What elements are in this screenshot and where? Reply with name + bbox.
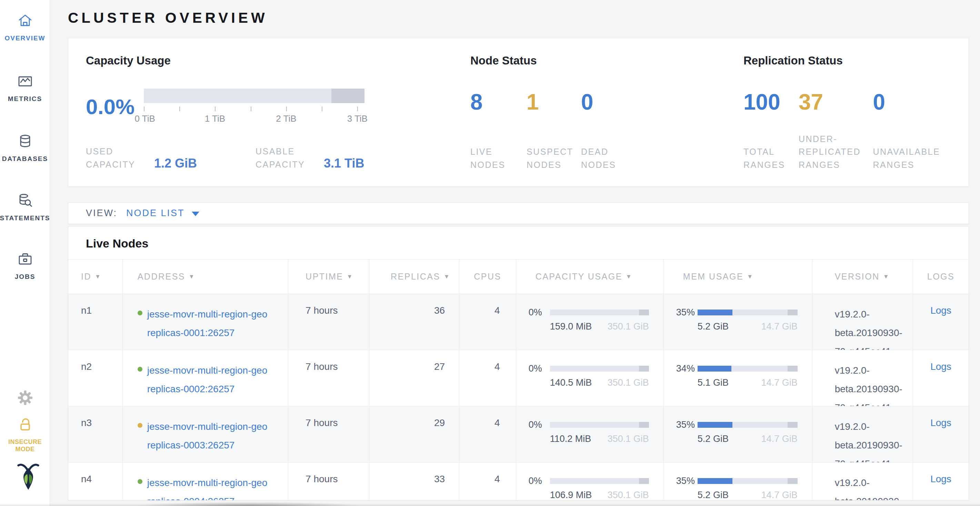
live-nodes-label: LIVE NODES [470,146,527,171]
node-version: v19.2.0- beta.20190930- 70-g445ec41 [812,463,913,500]
capacity-bar: 0 TiB 1 TiB 2 TiB 3 TiB [144,89,364,124]
home-icon [17,13,33,29]
node-address-link[interactable]: jesse-movr-multi-region-geo replicas-000… [138,417,278,455]
node-replicas: 36 [369,294,459,350]
column-header-mem-usage[interactable]: MEM USAGE ▼ [663,260,812,293]
live-nodes-stat: 8 LIVE NODES [470,81,527,171]
capacity-usage-title: Capacity Usage [86,54,470,67]
sort-arrow-icon: ▼ [95,273,101,280]
suspect-nodes-value: 1 [527,89,581,115]
node-status-title: Node Status [470,54,743,67]
suspect-nodes-stat: 1 SUSPECT NODES [527,81,581,171]
under-replicated-value: 37 [799,89,873,115]
cockroach-bug-icon [17,462,33,478]
cockroachdb-logo [0,462,50,478]
node-version: v19.2.0- beta.20190930- 70-g445ec41 [812,294,913,350]
sidebar-item-overview[interactable]: OVERVIEW [0,13,50,42]
metrics-icon [17,73,33,90]
statements-search-icon [17,192,33,209]
sort-arrow-icon: ▼ [626,273,632,280]
logs-link[interactable]: Logs [913,417,969,428]
logs-link[interactable]: Logs [913,305,969,316]
node-status-dot [138,423,142,428]
sort-arrow-icon: ▼ [883,273,890,280]
node-uptime: 7 hours [288,294,369,350]
column-header-address[interactable]: ADDRESS ▼ [123,260,288,293]
dead-nodes-label: DEAD NODES [581,146,643,171]
under-replicated-stat: 37 UNDER-REPLICATED RANGES [799,81,873,171]
node-id: n1 [68,294,123,350]
node-status-section: Node Status 8 LIVE NODES 1 SUSPECT NODES… [470,54,743,171]
node-cpus: 4 [459,406,515,462]
column-header-capacity-usage[interactable]: CAPACITY USAGE ▼ [516,260,663,293]
used-capacity-value: 1.2 GiB [154,156,197,171]
live-nodes-card: Live Nodes ID ▼ ADDRESS ▼ UPTIME ▼ REPLI… [68,226,969,500]
column-header-replicas[interactable]: REPLICAS ▼ [369,260,459,293]
sort-arrow-icon: ▼ [189,273,195,280]
column-header-cpus: CPUS [459,260,515,293]
suspect-nodes-label: SUSPECT NODES [527,146,581,171]
gear-icon [17,390,33,406]
view-dropdown-value: NODE LIST [126,208,185,219]
used-capacity-label: USED CAPACITY [86,145,145,172]
node-id: n4 [68,463,123,500]
sort-arrow-icon: ▼ [347,273,353,280]
node-cpus: 4 [459,463,515,500]
sidebar-item-statements[interactable]: STATEMENTS [0,192,50,222]
column-header-logs: LOGS [913,260,969,293]
used-capacity-stat: USED CAPACITY 1.2 GiB [86,145,197,172]
sidebar-item-databases[interactable]: DATABASES [0,133,50,163]
node-version: v19.2.0- beta.20190930- 70-g445ec41 [812,406,913,462]
node-cpus: 4 [459,294,515,350]
capacity-tick-label: 2 TiB [276,113,296,124]
logs-link[interactable]: Logs [913,361,969,372]
unavailable-ranges-label: UNAVAILABLE RANGES [873,146,955,171]
mem-usage-meter: 34% 5.1 GiB 14.7 GiB [664,361,812,388]
usable-capacity-value: 3.1 TiB [324,156,364,171]
sidebar-insecure-mode[interactable]: INSECURE MODE [0,416,50,453]
column-header-uptime[interactable]: UPTIME ▼ [288,260,369,293]
node-id: n3 [68,406,123,462]
capacity-tick-label: 0 TiB [135,113,155,124]
capacity-usage-meter: 0% 106.9 MiB 350.1 GiB [516,474,663,500]
capacity-bar-reserved-segment [331,89,364,103]
sort-arrow-icon: ▼ [444,273,450,280]
capacity-tick-label: 1 TiB [205,113,225,124]
sidebar-item-label: JOBS [15,273,35,281]
sidebar-item-metrics[interactable]: METRICS [0,73,50,103]
page-title: CLUSTER OVERVIEW [68,10,969,26]
view-dropdown[interactable]: NODE LIST [126,208,199,219]
node-uptime: 7 hours [288,463,369,500]
usable-capacity-stat: USABLE CAPACITY 3.1 TiB [256,145,364,172]
sidebar-item-jobs[interactable]: JOBS [0,251,50,281]
column-header-version[interactable]: VERSION ▼ [812,260,913,293]
node-uptime: 7 hours [288,350,369,406]
main-content: CLUSTER OVERVIEW Capacity Usage 0.0% 0 T… [50,0,980,506]
capacity-usage-meter: 0% 159.0 MiB 350.1 GiB [516,305,663,332]
node-status-dot [138,479,142,484]
node-status-dot [138,367,142,371]
chevron-down-icon [192,212,199,216]
live-nodes-title: Live Nodes [68,227,969,259]
node-status-dot [138,311,142,316]
live-nodes-value: 8 [470,89,527,115]
sidebar-settings[interactable] [0,390,50,406]
unavailable-ranges-stat: 0 UNAVAILABLE RANGES [873,81,955,171]
mem-usage-meter: 35% 5.2 GiB 14.7 GiB [664,417,812,444]
table-row: n2 jesse-movr-multi-region-geo replicas-… [68,350,969,406]
node-replicas: 27 [369,350,459,406]
table-row: n4 jesse-movr-multi-region-geo replicas-… [68,463,969,500]
usable-capacity-label: USABLE CAPACITY [256,145,315,172]
node-address-link[interactable]: jesse-movr-multi-region-geo replicas-000… [138,305,278,342]
node-replicas: 33 [369,463,459,500]
database-icon [17,133,33,149]
column-header-id[interactable]: ID ▼ [68,260,123,293]
node-version: v19.2.0- beta.20190930- 70-g445ec41 [812,350,913,406]
sidebar-item-label: DATABASES [2,155,48,163]
view-label: VIEW: [86,208,117,219]
node-cpus: 4 [459,350,515,406]
total-ranges-label: TOTAL RANGES [743,146,799,171]
node-address-link[interactable]: jesse-movr-multi-region-geo replicas-000… [138,474,278,500]
logs-link[interactable]: Logs [913,474,969,485]
node-address-link[interactable]: jesse-movr-multi-region-geo replicas-000… [138,361,278,398]
